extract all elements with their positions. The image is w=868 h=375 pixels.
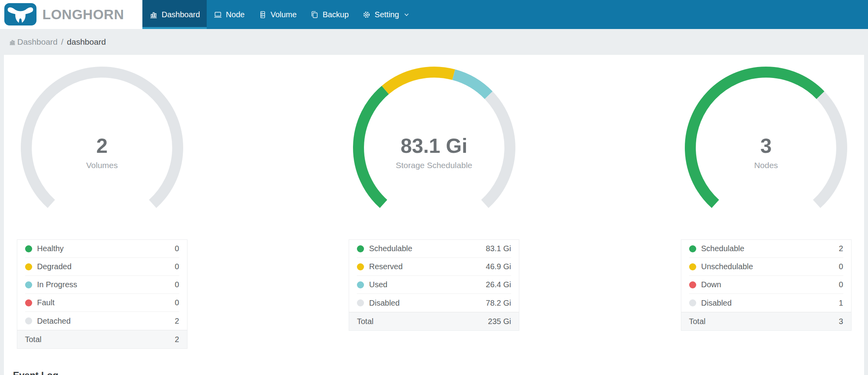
legend-row-healthy: Healthy0: [17, 240, 187, 258]
nav-item-label: Volume: [271, 10, 297, 19]
legend-label: Schedulable: [369, 244, 412, 253]
copy-icon: [310, 10, 319, 19]
gray-status-dot: [25, 317, 32, 324]
legend-row-fault: Fault0: [17, 294, 187, 312]
yellow-status-dot: [25, 263, 32, 270]
nav-item-dashboard[interactable]: Dashboard: [142, 0, 207, 29]
volumes-gauge: 2 Volumes: [4, 60, 200, 234]
dashboard-panel: 2 Volumes Healthy0Degraded0In Progress0F…: [4, 55, 864, 375]
volumes-column: 2 Volumes Healthy0Degraded0In Progress0F…: [4, 60, 200, 349]
legend-row-disabled: Disabled1: [681, 294, 851, 312]
legend-value: 2: [175, 317, 179, 326]
legend-value: 0: [839, 262, 843, 271]
gauges-row: 2 Volumes Healthy0Degraded0In Progress0F…: [4, 60, 864, 349]
legend-row-in-progress: In Progress0: [17, 276, 187, 294]
legend-label: Reserved: [369, 262, 403, 271]
storage-column: 83.1 Gi Storage Schedulable Schedulable8…: [336, 60, 532, 349]
nav-item-node[interactable]: Node: [207, 0, 251, 29]
storage-legend-table: Schedulable83.1 GiReserved46.9 GiUsed26.…: [349, 239, 519, 331]
legend-label: In Progress: [37, 280, 77, 289]
nodes-column: 3 Nodes Schedulable2Unschedulable0Down0D…: [668, 60, 864, 349]
yellow-status-dot: [689, 263, 696, 270]
legend-row-schedulable: Schedulable83.1 Gi: [349, 240, 519, 258]
gray-status-dot: [689, 299, 696, 306]
top-navbar: LONGHORN Dashboard Node Volume Backup: [0, 0, 868, 29]
nav-item-backup[interactable]: Backup: [303, 0, 355, 29]
legend-value: 2: [839, 244, 843, 253]
legend-row-degraded: Degraded0: [17, 258, 187, 276]
nodes-legend-table: Schedulable2Unschedulable0Down0Disabled1…: [681, 239, 852, 331]
gauge-segment-disabled: [817, 95, 842, 204]
legend-value: 0: [175, 280, 179, 289]
legend-row-schedulable: Schedulable2: [681, 240, 851, 258]
legend-value: 0: [839, 280, 843, 289]
legend-label: Down: [701, 280, 721, 289]
yellow-status-dot: [357, 263, 364, 270]
nav-item-label: Backup: [322, 10, 349, 19]
teal-status-dot: [357, 281, 364, 288]
legend-row-unschedulable: Unschedulable0: [681, 258, 851, 276]
bar-chart-icon: [149, 10, 158, 19]
nav-item-setting[interactable]: Setting: [355, 0, 417, 29]
breadcrumb-separator: /: [61, 37, 64, 47]
gauge-segment-schedulable: [358, 90, 385, 204]
legend-row-used: Used26.4 Gi: [349, 276, 519, 294]
green-status-dot: [689, 245, 696, 252]
longhorn-bull-icon: [4, 3, 37, 26]
logo[interactable]: LONGHORN: [0, 0, 142, 29]
nav-item-volume[interactable]: Volume: [251, 0, 304, 29]
nav-item-label: Dashboard: [162, 10, 200, 19]
legend-label: Degraded: [37, 262, 72, 271]
database-icon: [258, 10, 267, 19]
legend-row-reserved: Reserved46.9 Gi: [349, 258, 519, 276]
total-label: Total: [25, 335, 42, 344]
storage-gauge: 83.1 Gi Storage Schedulable: [336, 60, 532, 234]
gauge-segment-used: [453, 75, 488, 95]
legend-total-row: Total 235 Gi: [349, 312, 519, 330]
gear-icon: [362, 10, 371, 19]
bar-chart-icon: [9, 38, 16, 46]
legend-value: 46.9 Gi: [486, 262, 511, 271]
total-value: 235 Gi: [488, 317, 511, 326]
red-status-dot: [25, 299, 32, 306]
breadcrumb-current: dashboard: [67, 37, 106, 47]
logo-text: LONGHORN: [42, 7, 124, 22]
breadcrumb: Dashboard / dashboard: [0, 29, 868, 55]
legend-value: 0: [175, 262, 179, 271]
legend-value: 78.2 Gi: [486, 299, 511, 308]
legend-value: 83.1 Gi: [486, 244, 511, 253]
gauge-segment-schedulable: [690, 72, 821, 204]
total-label: Total: [689, 317, 706, 326]
legend-label: Disabled: [701, 299, 732, 308]
teal-status-dot: [25, 281, 32, 288]
legend-value: 1: [839, 299, 843, 308]
legend-label: Fault: [37, 298, 55, 307]
legend-total-row: Total 2: [17, 330, 187, 348]
green-status-dot: [25, 245, 32, 252]
chevron-down-icon: [403, 11, 410, 18]
legend-total-row: Total 3: [681, 312, 851, 330]
gauge-svg: [336, 60, 532, 234]
legend-label: Disabled: [369, 299, 400, 308]
laptop-icon: [213, 10, 222, 19]
total-value: 2: [175, 335, 179, 344]
legend-label: Detached: [37, 317, 71, 326]
nodes-gauge: 3 Nodes: [668, 60, 864, 234]
legend-label: Healthy: [37, 244, 64, 253]
total-label: Total: [357, 317, 373, 326]
gauge-segment-reserved: [385, 72, 453, 90]
breadcrumb-root[interactable]: Dashboard: [17, 37, 58, 47]
gray-status-dot: [357, 299, 364, 306]
nav-item-label: Node: [226, 10, 245, 19]
legend-row-down: Down0: [681, 276, 851, 294]
legend-row-detached: Detached2: [17, 312, 187, 330]
legend-label: Used: [369, 280, 388, 289]
volumes-legend-table: Healthy0Degraded0In Progress0Fault0Detac…: [17, 239, 187, 349]
legend-row-disabled: Disabled78.2 Gi: [349, 294, 519, 312]
red-status-dot: [689, 281, 696, 288]
gauge-segment-detached: [26, 72, 178, 204]
legend-value: 0: [175, 244, 179, 253]
event-log-title: Event Log: [13, 370, 864, 375]
gauge-svg: [668, 60, 864, 234]
gauge-segment-disabled: [485, 95, 510, 204]
